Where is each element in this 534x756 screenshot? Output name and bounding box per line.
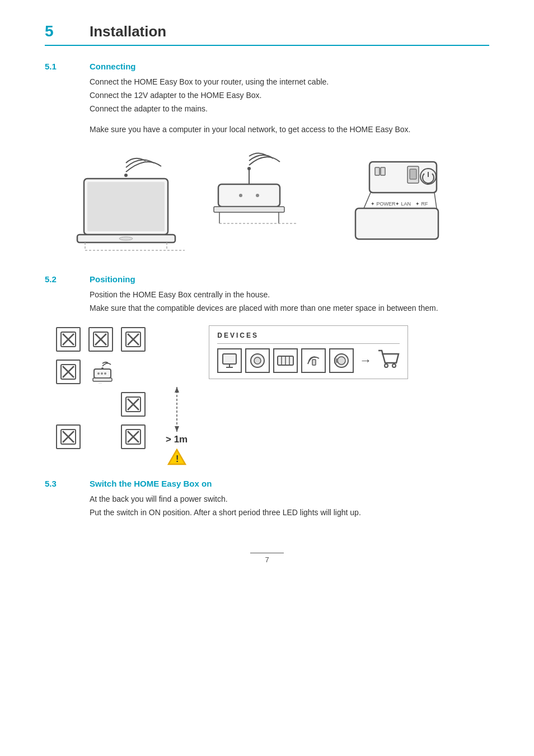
svg-point-78: [385, 364, 388, 367]
svg-text:✦ POWER: ✦ POWER: [371, 201, 396, 207]
svg-point-79: [392, 364, 396, 367]
svg-point-70: [254, 357, 261, 364]
section-5-3-num: 5.3: [45, 479, 73, 488]
chapter-header: 5 Installation: [45, 22, 489, 40]
section-5-2-line1: Position the HOME Easy Box centrally in …: [90, 288, 489, 302]
router-center: ...: [88, 358, 116, 386]
devices-panel-label: DEVICES: [217, 332, 400, 344]
laptop-diagram: [67, 151, 190, 259]
section-5-3-title: Switch the HOME Easy Box on: [90, 479, 212, 488]
section-5-3-line2: Put the switch in ON position. After a s…: [90, 506, 489, 520]
svg-rect-30: [355, 208, 438, 239]
chapter-divider: [45, 45, 489, 46]
section-5-2-body: Position the HOME Easy Box centrally in …: [90, 288, 489, 315]
distance-indicator: > 1m !: [166, 387, 188, 465]
svg-point-49: [104, 372, 106, 375]
svg-rect-13: [214, 207, 284, 212]
section-5-2-title: Positioning: [90, 274, 135, 284]
section-5-1-title: Connecting: [90, 62, 136, 71]
svg-rect-50: [93, 378, 112, 381]
section-5-1-line3: Connect the adapter to the mains.: [90, 102, 489, 116]
easybox-diagram: ✦ POWER ✦ LAN ✦ RF: [325, 161, 437, 252]
router-diagram: [202, 151, 302, 242]
radiator-icon: [273, 348, 298, 373]
svg-point-11: [239, 194, 242, 197]
svg-point-47: [97, 372, 100, 375]
svg-rect-2: [87, 182, 165, 231]
empty-cell-1: [121, 358, 149, 386]
chapter-title: Installation: [90, 23, 166, 40]
svg-rect-66: [223, 354, 236, 364]
chapter-number: 5: [45, 22, 73, 40]
section-5-1-header: 5.1 Connecting: [45, 62, 489, 71]
distance-label: > 1m: [166, 434, 188, 445]
svg-marker-62: [175, 387, 179, 393]
devices-panel: DEVICES: [209, 325, 408, 379]
empty-cell-3: [88, 390, 116, 418]
diagram-51: ✦ POWER ✦ LAN ✦ RF: [67, 147, 489, 259]
section-5-3-header: 5.3 Switch the HOME Easy Box on: [45, 479, 489, 488]
svg-marker-63: [175, 426, 179, 432]
svg-rect-10: [218, 184, 280, 207]
svg-text:!: !: [176, 454, 179, 464]
svg-point-77: [338, 357, 345, 365]
page-number: 7: [265, 556, 269, 564]
svg-line-31: [364, 193, 371, 208]
svg-line-32: [434, 193, 437, 208]
device-box-3: [121, 327, 146, 352]
section-5-1-line4: Make sure you have a computer in your lo…: [90, 123, 489, 137]
svg-point-12: [256, 194, 259, 197]
section-5-1-line2: Connect the 12V adapter to the HOME Easy…: [90, 89, 489, 102]
svg-point-0: [124, 174, 128, 177]
svg-text:✦ LAN: ✦ LAN: [395, 201, 411, 207]
speaker-icon: [329, 348, 354, 373]
svg-rect-18: [375, 167, 380, 175]
empty-cell-4: [88, 423, 116, 451]
device-grid: ...: [56, 325, 149, 451]
device-box-6: [56, 424, 81, 449]
svg-rect-21: [410, 169, 416, 179]
cart-icon: [377, 348, 400, 372]
warning-triangle: !: [167, 449, 186, 465]
svg-point-48: [101, 372, 103, 375]
device-box-7: [121, 424, 146, 449]
svg-point-4: [119, 237, 133, 240]
device-box-1: [56, 327, 81, 352]
devices-row: →: [217, 348, 400, 373]
empty-cell-2: [56, 390, 84, 418]
svg-rect-19: [381, 167, 385, 175]
arrow-right-icon: →: [359, 353, 372, 368]
section-5-2-header: 5.2 Positioning: [45, 274, 489, 284]
device-box-5: [121, 392, 146, 417]
footer-divider: [250, 553, 284, 553]
section-5-3-body: At the back you will find a power switch…: [90, 493, 489, 520]
section-5-2-line2: Make sure that the compatible devices ar…: [90, 302, 489, 315]
device-box-2: [88, 327, 113, 352]
section-5-1-body: Connect the HOME Easy Box to your router…: [90, 76, 489, 137]
device-box-4: [56, 360, 81, 384]
devices-container: DEVICES: [209, 325, 408, 379]
section-5-1-num: 5.1: [45, 62, 73, 71]
page-footer: 7: [45, 553, 489, 564]
section-5-3-line1: At the back you will find a power switch…: [90, 493, 489, 506]
thermostat-icon: [245, 348, 270, 373]
svg-text:...: ...: [99, 380, 102, 384]
diagram-52: ... > 1m ! DEVICES: [56, 325, 478, 465]
sensor-icon: [301, 348, 326, 373]
section-5-2-num: 5.2: [45, 274, 73, 284]
svg-text:✦ RF: ✦ RF: [415, 201, 428, 207]
monitor-icon: [217, 348, 242, 373]
section-5-1-line1: Connect the HOME Easy Box to your router…: [90, 76, 489, 89]
svg-rect-75: [312, 360, 316, 365]
